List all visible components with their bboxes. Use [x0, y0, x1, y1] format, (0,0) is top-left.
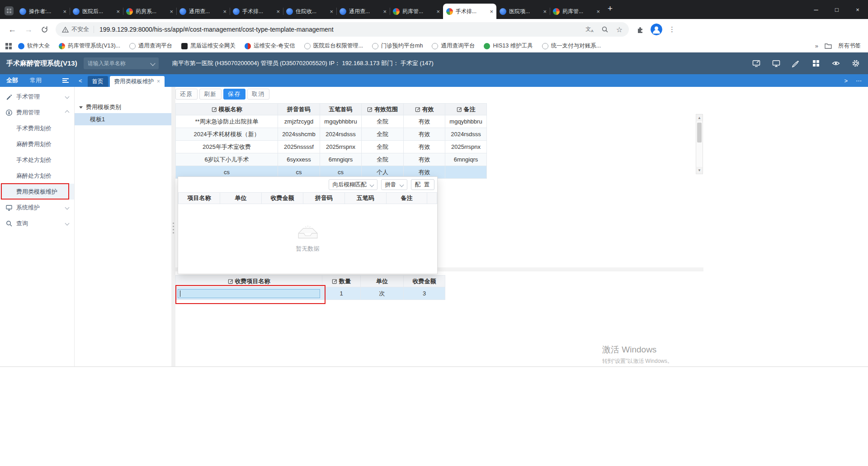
sidebar-item[interactable]: 手术费用划价 — [0, 120, 74, 136]
bookmark-item[interactable]: 门诊预约平台mh — [372, 42, 423, 50]
bookmark-item[interactable]: 药库管理系统(V13)... — [59, 42, 120, 50]
bookmarks-overflow-icon[interactable]: » — [815, 43, 818, 49]
tree-child-node[interactable]: 模板1 — [75, 113, 171, 125]
browser-tab[interactable]: 药库管...× — [550, 4, 603, 19]
scroll-down-icon[interactable]: ▼ — [696, 167, 703, 174]
vertical-scrollbar[interactable]: ▲ ▼ — [696, 114, 703, 174]
caret-down-icon[interactable] — [79, 106, 83, 109]
browser-tab[interactable]: 操作者:...× — [16, 4, 70, 19]
scrollbar-thumb[interactable] — [697, 123, 702, 143]
bookmark-star-icon[interactable]: ☆ — [616, 25, 623, 34]
maximize-button[interactable]: □ — [826, 0, 847, 19]
popup-column-header[interactable]: 拼音码 — [303, 192, 345, 204]
browser-tab[interactable]: 通用查...× — [336, 4, 390, 19]
sidebar-item[interactable]: 麻醉处方划价 — [0, 168, 74, 184]
bookmark-item[interactable]: 黑盾运维安全网关 — [181, 42, 236, 50]
scroll-tabs-right-icon[interactable]: > — [844, 77, 848, 84]
column-header[interactable]: 备注 — [445, 103, 487, 115]
table-row[interactable]: 2025年手术室收费2025nssssf2025rrspnx全院有效2025rr… — [175, 141, 487, 153]
table-row[interactable]: 6岁以下小儿手术6syxxess6mngiqrs全院有效6mngiqrs — [175, 153, 487, 166]
popup-column-header[interactable]: 收费金额 — [262, 192, 303, 204]
translate-icon[interactable]: 文A — [585, 25, 593, 33]
toolbar-button[interactable]: 保存 — [223, 89, 245, 100]
sidebar-group[interactable]: 费用管理 — [0, 105, 74, 120]
browser-tab[interactable]: 医院后...× — [70, 4, 123, 19]
bookmark-item[interactable]: 运维安全-奇安信 — [245, 42, 295, 50]
profile-avatar[interactable] — [651, 24, 662, 35]
code-mode-select[interactable]: 拼音 — [381, 179, 407, 190]
tab-close-icon[interactable]: × — [157, 78, 160, 85]
new-tab-button[interactable]: + — [608, 4, 613, 13]
sidebar-group[interactable]: 手术管理 — [0, 89, 74, 105]
collapse-menu-icon[interactable] — [62, 78, 69, 83]
page-tab[interactable]: 首页 — [88, 76, 108, 87]
column-header[interactable]: 数量 — [322, 275, 361, 287]
browser-tab[interactable]: 手术排...× — [230, 4, 283, 19]
configure-button[interactable]: 配 置 — [411, 179, 434, 190]
close-button[interactable]: × — [847, 0, 868, 19]
tab-close-icon[interactable]: × — [276, 8, 280, 15]
apps-grid-icon[interactable] — [5, 43, 12, 49]
popup-column-header[interactable]: 单位 — [220, 192, 262, 204]
eye-icon[interactable] — [832, 59, 840, 67]
tab-search-icon[interactable] — [5, 6, 14, 15]
bookmark-item[interactable]: 软件大全 — [18, 42, 50, 50]
column-header[interactable]: 有效范围 — [362, 103, 404, 115]
bookmark-item[interactable]: 统一支付与对账系... — [542, 42, 601, 50]
sidebar-group[interactable]: 系统维护 — [0, 200, 74, 215]
monitor-icon[interactable] — [772, 59, 780, 67]
scroll-tabs-left-icon[interactable]: < — [79, 77, 82, 84]
security-label[interactable]: 不安全 — [71, 25, 89, 33]
toolbar-button[interactable]: 取消 — [247, 89, 269, 100]
menu-search-select[interactable]: 请输入菜单名称 — [84, 57, 159, 69]
match-mode-select[interactable]: 向后模糊匹配 — [329, 179, 377, 190]
omnibox[interactable]: 不安全 199.9.129.29:8000/his-ss/app/#/cost-… — [56, 22, 629, 37]
window-grid-icon[interactable] — [812, 59, 820, 67]
column-header[interactable]: 收费金额 — [404, 275, 445, 287]
sidebar-item[interactable]: 费用类模板维护 — [0, 184, 74, 200]
tab-close-icon[interactable]: × — [436, 8, 440, 15]
extensions-icon[interactable] — [636, 25, 644, 33]
back-icon[interactable]: ← — [8, 25, 16, 34]
reload-icon[interactable] — [41, 26, 48, 33]
browser-tab[interactable]: 药房系...× — [123, 4, 176, 19]
tab-close-icon[interactable]: × — [170, 8, 173, 15]
forward-icon[interactable]: → — [24, 25, 33, 34]
sidebar-group[interactable]: 查询 — [0, 215, 74, 231]
signature-icon[interactable] — [792, 59, 800, 67]
tab-close-icon[interactable]: × — [490, 8, 493, 15]
minimize-button[interactable]: ─ — [806, 0, 826, 19]
screen-annotate-icon[interactable] — [752, 59, 760, 67]
browser-tab[interactable]: 药库管...× — [390, 4, 443, 19]
bookmark-item[interactable]: 通用查询平台 — [432, 42, 475, 50]
search-lens-icon[interactable] — [601, 26, 609, 33]
tab-close-icon[interactable]: × — [596, 8, 600, 15]
browser-tab[interactable]: 通用查...× — [176, 4, 230, 19]
filter-tab[interactable]: 常用 — [30, 76, 42, 85]
popup-column-header[interactable]: 五笔码 — [345, 192, 387, 204]
bookmark-item[interactable]: HIS13 维护工具 — [484, 42, 533, 50]
column-header[interactable]: 拼音首码 — [278, 103, 320, 115]
column-header[interactable]: 单位 — [361, 275, 404, 287]
browser-tab[interactable]: 住院收...× — [283, 4, 336, 19]
tab-close-icon[interactable]: × — [63, 8, 66, 15]
column-header[interactable]: 五笔首码 — [320, 103, 362, 115]
scroll-up-icon[interactable]: ▲ — [696, 114, 703, 121]
tab-close-icon[interactable]: × — [223, 8, 226, 15]
table-row[interactable]: 2024手术耗材模板（新）2024sshcmb2024rsdsss全院有效202… — [175, 128, 487, 141]
table-row[interactable]: **周末急诊防止出院挂单zmjzfzcygdmgqybhbbru全院有效mgqy… — [175, 115, 487, 128]
tab-close-icon[interactable]: × — [543, 8, 547, 15]
all-bookmarks-label[interactable]: 所有书签 — [838, 42, 861, 50]
sidebar-item[interactable]: 手术处方划价 — [0, 152, 74, 168]
tab-options-icon[interactable]: ⋯ — [856, 77, 862, 84]
toolbar-button[interactable]: 刷新 — [199, 89, 222, 100]
column-header[interactable]: 收费项目名称 — [175, 275, 322, 287]
toolbar-button[interactable]: 还原 — [175, 89, 198, 100]
filter-tab[interactable]: 全部 — [6, 76, 18, 85]
popup-column-header[interactable]: 备注 — [387, 192, 427, 204]
page-tab[interactable]: 费用类模板维护× — [110, 76, 165, 87]
tab-close-icon[interactable]: × — [330, 8, 333, 15]
browser-tab[interactable]: 医院项...× — [496, 4, 550, 19]
browser-menu-icon[interactable]: ⋮ — [669, 25, 675, 33]
tab-close-icon[interactable]: × — [116, 8, 120, 15]
